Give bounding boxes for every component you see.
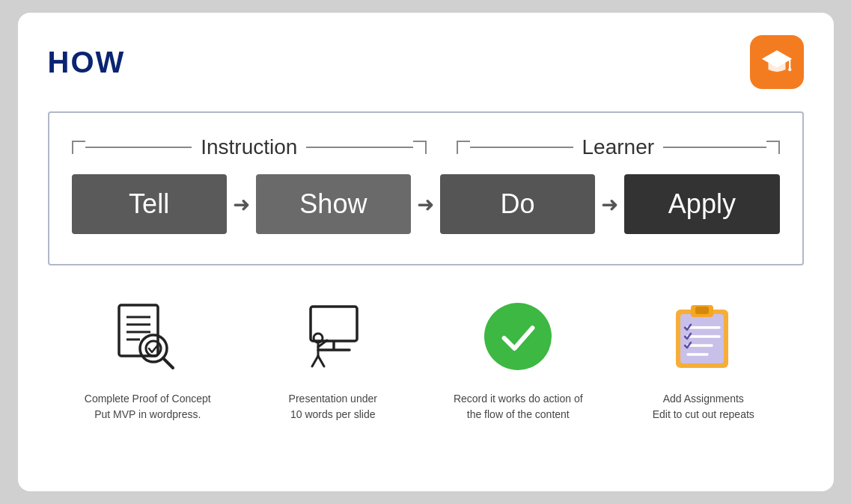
svg-point-2 [788,68,791,71]
learner-line-left [470,147,573,148]
svg-line-17 [312,356,318,366]
icon-item-apply: Add Assignments Edit to cut out repeats [617,295,790,422]
step-do: Do [440,174,595,234]
graduation-cap-icon [760,45,794,79]
instruction-line-left [85,147,192,148]
step-apply: Apply [624,174,779,234]
boxes-row: Tell ➜ Show ➜ Do ➜ Apply [72,174,780,234]
svg-line-18 [318,356,324,366]
logo-icon [750,35,804,89]
icon-item-show: Presentation under 10 words per slide [247,295,419,422]
show-icon-img [292,295,374,378]
icon-item-do: Record it works do action of the flow of… [432,295,604,422]
arrow-3: ➜ [595,192,624,217]
learner-corner-left [457,141,470,154]
do-icon-label: Record it works do action of the flow of… [454,391,583,422]
tell-icon-img [106,295,189,378]
diagram-box: Instruction Learner Tell ➜ Show [48,111,804,265]
arrow-2: ➜ [411,192,440,217]
instruction-line-right [306,147,413,148]
svg-rect-3 [119,305,158,356]
learner-label: Learner [573,135,664,159]
learner-line-right [663,147,766,148]
header: HOW [48,35,804,89]
show-icon-label: Presentation under 10 words per slide [289,391,377,422]
presentation-icon [296,299,370,374]
arrow-1: ➜ [227,192,256,217]
icons-row: Complete Proof of Concept Put MVP in wor… [48,295,804,422]
clipboard-icon [670,299,737,374]
logo: HOW [48,46,126,79]
green-check-circle [484,303,552,370]
learner-corner-right [766,141,780,154]
learner-label-wrap: Learner [457,135,779,159]
svg-rect-11 [311,307,357,341]
doc-search-icon [110,299,185,374]
step-show: Show [256,174,411,234]
instruction-corner-right [413,141,427,154]
label-gap [427,135,457,159]
apply-icon-img [662,295,745,378]
instruction-label: Instruction [192,135,306,159]
svg-rect-22 [695,307,709,314]
step-tell: Tell [72,174,227,234]
apply-icon-label: Add Assignments Edit to cut out repeats [653,391,754,422]
section-labels: Instruction Learner [72,135,780,159]
main-container: HOW Instruction [18,13,834,491]
instruction-label-wrap: Instruction [72,135,427,159]
tell-icon-label: Complete Proof of Concept Put MVP in wor… [85,391,211,422]
check-icon [498,316,539,357]
do-icon-img [477,295,559,378]
instruction-corner-left [72,141,85,154]
icon-item-tell: Complete Proof of Concept Put MVP in wor… [61,295,234,422]
svg-marker-0 [761,50,791,67]
svg-line-10 [163,358,173,368]
